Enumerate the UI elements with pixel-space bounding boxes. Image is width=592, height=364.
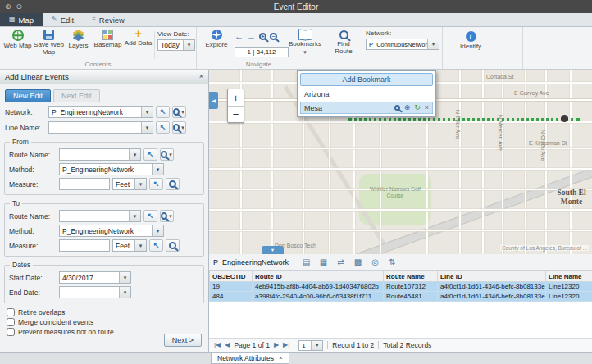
to-measure-unit-select[interactable]: Feet [112, 239, 147, 252]
to-measure-input[interactable] [59, 239, 110, 252]
first-page-button[interactable]: |◀ [214, 342, 221, 348]
pick-line-on-map-icon[interactable]: ↖ [156, 121, 170, 134]
from-measure-unit-select[interactable]: Feet [112, 178, 147, 190]
collapse-grid-button[interactable]: ▼ [262, 246, 284, 254]
pick-to-route-icon[interactable]: ↖ [143, 210, 157, 222]
tab-edit[interactable]: ✎ Edit [43, 13, 83, 26]
close-panel-icon[interactable]: × [199, 73, 203, 80]
retire-overlaps-checkbox[interactable] [7, 308, 15, 316]
to-route-name-select[interactable] [59, 210, 141, 222]
new-edit-button[interactable]: New Edit [5, 89, 51, 102]
cell-objectid[interactable]: 19 [210, 282, 253, 292]
route-end-marker[interactable] [561, 115, 568, 122]
to-route-zoom-menu-icon[interactable]: ▼ [160, 210, 174, 222]
from-measure-zoom-icon[interactable] [166, 178, 180, 190]
previous-page-button[interactable]: ◀ [225, 342, 230, 348]
network-select[interactable]: P_ContinuousNetwork [366, 39, 439, 50]
next-page-button[interactable]: ▶ [274, 342, 279, 348]
active-route-line[interactable] [348, 118, 580, 121]
table-row[interactable]: 484 a398f4fc-2940-4c00-96b6-c63438f1f711… [210, 292, 592, 302]
pick-network-on-map-icon[interactable]: ↖ [156, 106, 170, 118]
zoom-to-bookmark-icon[interactable] [394, 105, 400, 111]
next-edit-button[interactable]: Next Edit [53, 89, 100, 102]
cell-objectid[interactable]: 484 [210, 292, 253, 302]
line-zoom-menu-icon[interactable]: ▼ [172, 121, 186, 134]
clear-selection-icon[interactable]: ▩ [350, 256, 366, 269]
save-web-map-button[interactable]: Save Web Map [34, 30, 64, 57]
column-header[interactable]: Line Name [546, 271, 592, 282]
from-route-zoom-menu-icon[interactable]: ▼ [160, 148, 174, 161]
column-header[interactable]: Route Name [384, 271, 438, 282]
panel-network-select[interactable]: P_EngineeringNetwork [48, 106, 153, 118]
map-attribution: County of Los Angeles, Bureau of ... [500, 245, 589, 251]
cell-route-name[interactable]: Route107312 [384, 282, 438, 292]
street-label: E Garvey Ave [514, 90, 549, 96]
from-method-select[interactable]: P_EngineeringNetwork [59, 163, 164, 175]
previous-extent-button[interactable]: ← [235, 32, 244, 41]
zoom-to-selection-icon[interactable]: ◎ [367, 256, 383, 269]
table-row[interactable]: 19 4eb9415b-af8b-4d04-ab69-1d403476802b … [210, 282, 592, 292]
cell-route-name[interactable]: Route45481 [384, 292, 438, 302]
last-page-button[interactable]: ▶| [283, 342, 289, 348]
tab-map[interactable]: ▦ Map [0, 13, 43, 26]
attribute-table: OBJECTID Route ID Route Name Line ID Lin… [209, 271, 592, 302]
to-method-select[interactable]: P_EngineeringNetwork [59, 225, 164, 237]
merge-coincident-checkbox[interactable] [7, 318, 15, 326]
start-date-label: Start Date: [9, 274, 57, 282]
zoom-out-button[interactable]: − [228, 106, 244, 122]
zoom-out-tool-icon[interactable] [270, 33, 277, 40]
identify-button[interactable]: i Identify [454, 31, 487, 51]
cell-line-name[interactable]: Line12320 [546, 292, 592, 302]
find-route-button[interactable]: Find Route [328, 30, 359, 56]
cell-route-id[interactable]: a398f4fc-2940-4c00-96b6-c63438f1f711 [253, 292, 384, 302]
basemap-label: Basemap [94, 42, 122, 49]
prevent-measures-checkbox[interactable] [7, 328, 15, 336]
from-route-name-select[interactable] [59, 148, 141, 161]
to-measure-zoom-icon[interactable] [166, 239, 180, 252]
zoom-in-button[interactable]: + [228, 89, 244, 106]
line-name-select[interactable] [48, 121, 153, 134]
cell-line-id[interactable]: a4f0cf1d-1d61-4346-befc-8b08133e681e [438, 282, 546, 292]
add-data-button[interactable]: + Add Data [124, 30, 153, 48]
delete-bookmark-icon[interactable]: × [425, 104, 429, 111]
sort-records-icon[interactable]: ⇅ [385, 256, 400, 269]
navigate-group-label: Navigate [197, 61, 321, 68]
tab-network-attributes[interactable]: Network Attributes × [211, 353, 289, 364]
web-map-button[interactable]: Web Map [2, 30, 33, 50]
show-selected-records-icon[interactable]: ▦ [316, 256, 331, 269]
network-zoom-menu-icon[interactable]: ▼ [172, 106, 186, 118]
switch-selection-icon[interactable]: ⇄ [333, 256, 348, 269]
collapse-panel-button[interactable]: ◀ [209, 92, 218, 109]
cell-route-id[interactable]: 4eb9415b-af8b-4d04-ab69-1d403476802b [253, 282, 384, 292]
next-extent-button[interactable]: → [247, 32, 256, 41]
end-date-select[interactable] [59, 286, 131, 298]
from-measure-input[interactable] [59, 178, 110, 190]
next-button[interactable]: Next > [164, 334, 202, 347]
column-header[interactable]: Route ID [253, 271, 384, 282]
find-route-label: Find Route [328, 41, 359, 56]
add-bookmark-button[interactable]: Add Bookmark [300, 73, 433, 86]
column-header[interactable]: OBJECTID [210, 271, 253, 282]
pick-from-route-icon[interactable]: ↖ [143, 148, 157, 161]
explore-button[interactable]: Explore [202, 30, 231, 49]
bookmark-item-arizona[interactable]: Arizona [300, 88, 433, 100]
start-date-select[interactable]: 4/30/2017 [59, 271, 131, 284]
close-tab-icon[interactable]: × [279, 355, 283, 362]
cell-line-name[interactable]: Line12320 [546, 282, 592, 292]
locate-bookmark-icon[interactable]: ⊕ [404, 104, 411, 111]
page-size-select[interactable]: 1 [298, 340, 323, 351]
basemap-button[interactable]: Basemap [92, 30, 124, 49]
pick-to-measure-icon[interactable]: ↖ [149, 239, 163, 252]
view-date-select[interactable]: Today [157, 39, 195, 51]
tab-review[interactable]: ≡ Review [83, 13, 134, 26]
grid-options-icon[interactable]: ▤ [298, 256, 314, 269]
column-header[interactable]: Line ID [438, 271, 546, 282]
map-scale-input[interactable]: 1 | 34,112 [235, 47, 289, 57]
zoom-in-tool-icon[interactable] [259, 33, 266, 40]
refresh-bookmark-icon[interactable]: ↻ [414, 104, 421, 111]
bookmarks-button[interactable]: Bookmarks ▼ [290, 30, 320, 55]
layers-button[interactable]: Layers [65, 30, 92, 50]
cell-line-id[interactable]: a4f0cf1d-1d61-4346-befc-8b08133e681e [438, 292, 546, 302]
pick-from-measure-icon[interactable]: ↖ [149, 178, 163, 190]
bookmark-item-mesa[interactable]: Mesa ⊕ ↻ × [300, 102, 433, 114]
